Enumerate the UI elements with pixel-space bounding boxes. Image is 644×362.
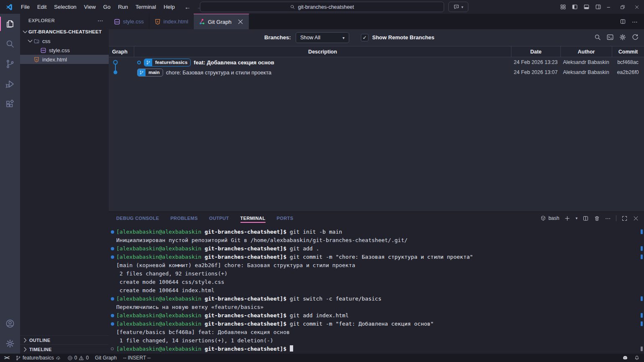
toggle-panel-icon[interactable] [583,4,590,10]
panel-tab-ports[interactable]: PORTS [277,212,294,224]
back-icon[interactable]: ← [184,3,191,10]
menu-file[interactable]: File [17,0,33,14]
refresh-icon[interactable] [631,33,639,41]
new-terminal-icon[interactable] [564,215,570,222]
branches-dropdown[interactable]: Show All ▾ [296,32,349,43]
activitybar-search[interactable] [0,34,20,54]
branch-label: feature/basics [23,355,54,361]
tab-label: style.css [123,18,144,25]
close-button[interactable] [630,0,644,14]
tab-index-html[interactable]: 5 index.html [149,14,194,29]
customize-layout-icon[interactable] [560,4,566,10]
activitybar-explorer[interactable] [0,14,20,34]
restore-button[interactable] [616,0,630,14]
activitybar-source-control[interactable] [0,54,20,74]
terminal-shell-item[interactable]: bash [540,215,559,221]
terminal-command-line: [alexbabaskin@alexbabaskin git-branches-… [109,295,644,303]
problems-indicator[interactable]: 0 0 [67,355,89,361]
menubar: FileEditSelectionViewGoRunTerminalHelp [17,0,179,14]
command-decoration-icon[interactable] [111,230,114,234]
search-icon [290,4,295,10]
warning-icon [79,355,84,361]
split-terminal-icon[interactable] [583,215,589,222]
outline-section[interactable]: OUTLINE [20,335,109,344]
command-decoration-icon[interactable] [111,255,114,259]
terminal-output[interactable]: [alexbabaskin@alexbabaskin git-branches-… [109,224,644,354]
branch-ref-feature-basics[interactable]: feature/basics [144,59,191,66]
toggle-sidebar-icon[interactable] [572,4,578,10]
branch-name: feature/basics [152,59,190,66]
terminal-output-line: create mode 100644 css/style.css [109,278,644,286]
tab-label: Git Graph [208,19,231,25]
more-actions-icon[interactable]: ⋯ [632,18,638,25]
check-icon: ✓ [363,35,367,41]
commit-table-header: Graph Description Date Author Commit [109,46,644,57]
commit-hash: ea2b26f0 [612,67,644,77]
panel-tab-terminal[interactable]: TERMINAL [240,212,266,224]
bell-icon[interactable] [634,355,640,361]
run-debug-icon [5,79,15,89]
menu-terminal[interactable]: Terminal [132,0,160,14]
chevron-down-icon [27,38,33,44]
close-panel-icon[interactable] [633,215,639,222]
panel-tab-debug-console[interactable]: DEBUG CONSOLE [116,212,159,224]
css-file-icon: css [40,47,46,54]
terminal-output-line: Переключились на новую ветку «feature/ba… [109,303,644,311]
more-actions-icon[interactable]: ⋯ [605,215,611,222]
command-decoration-icon[interactable] [111,297,114,301]
tree-item-css-folder[interactable]: css [20,36,109,46]
kill-terminal-icon[interactable] [594,215,600,222]
remote-indicator[interactable]: >< [4,355,9,361]
overview-ruler-mark [641,246,643,251]
menu-help[interactable]: Help [160,0,179,14]
menu-run[interactable]: Run [114,0,132,14]
command-decoration-icon[interactable] [111,314,114,317]
head-indicator-icon [137,61,141,64]
terminal-panel: DEBUG CONSOLEPROBLEMSOUTPUTTERMINALPORTS… [109,212,644,354]
panel-tab-problems[interactable]: PROBLEMS [170,212,198,224]
tree-item-index-html[interactable]: 5 index.html [20,55,109,64]
activitybar-extensions[interactable] [0,94,20,114]
menu-selection[interactable]: Selection [50,0,80,14]
activitybar-settings[interactable] [0,334,20,354]
vim-mode-indicator[interactable]: -- INSERT -- [123,355,151,361]
menu-go[interactable]: Go [100,0,114,14]
menu-edit[interactable]: Edit [33,0,50,14]
tree-item-style-css[interactable]: css style.css [20,46,109,55]
tab-git-graph[interactable]: Git Graph [194,14,249,29]
commit-row[interactable]: mainchore: Базовая структура и стили про… [109,67,644,77]
branch-indicator[interactable]: feature/basics [15,355,61,361]
activitybar-account[interactable] [0,314,20,334]
toggle-secondary-sidebar-icon[interactable] [595,4,601,10]
tree-item-root[interactable]: GIT-BRANCHES-CHEATSHEET [20,27,109,36]
gear-icon[interactable] [619,33,626,41]
gear-icon [5,339,15,349]
timeline-section[interactable]: TIMELINE [20,344,109,354]
close-icon[interactable] [237,18,244,25]
maximize-panel-icon[interactable] [621,215,628,222]
terminal-icon[interactable] [606,33,614,41]
section-label: OUTLINE [29,338,50,343]
show-remote-branches-checkbox[interactable]: ✓ [361,34,368,41]
command-decoration-icon[interactable] [111,247,114,250]
minimize-button[interactable]: – [601,0,616,14]
command-center-search[interactable]: git-branches-cheatsheet [200,2,444,12]
copilot-icon[interactable] [622,355,628,361]
split-editor-icon[interactable] [620,18,626,25]
chevron-down-icon[interactable]: ▾ [575,216,578,220]
menu-view[interactable]: View [80,0,100,14]
vscode-window: FileEditSelectionViewGoRunTerminalHelp ←… [0,0,644,362]
activitybar-run-debug[interactable] [0,74,20,94]
vscode-logo-icon [5,3,13,11]
copilot-button[interactable]: ▾ [448,2,468,12]
branch-ref-main[interactable]: main [137,69,163,76]
command-decoration-icon[interactable] [111,322,114,326]
commit-row[interactable]: feature/basicsfeat: Добавлена секция осн… [109,57,644,67]
commit-author: Aleksandr Babaskin [560,67,612,77]
more-actions-icon[interactable]: ⋯ [97,17,104,24]
panel-tab-output[interactable]: OUTPUT [209,212,229,224]
git-graph-status-item[interactable]: Git Graph [95,355,117,361]
tab-style-css[interactable]: css style.css [109,14,149,29]
command-decoration-icon[interactable] [111,347,114,350]
find-widget-icon[interactable] [594,33,601,41]
